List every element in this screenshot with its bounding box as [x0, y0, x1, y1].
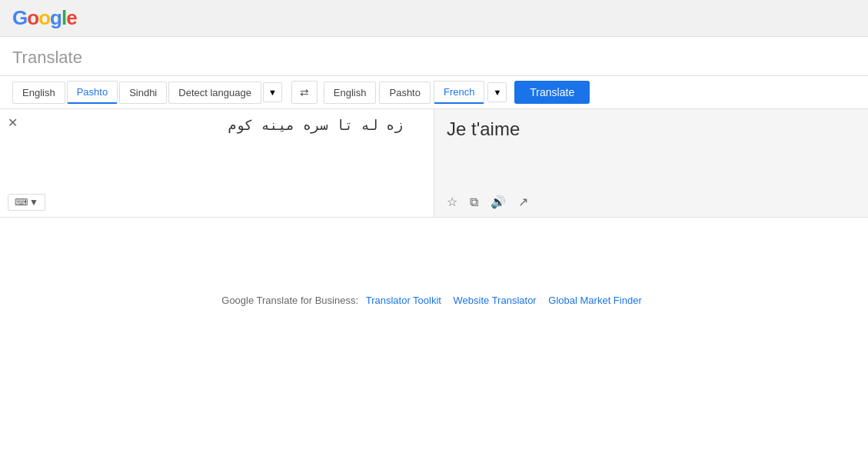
page-title-bar: Translate — [0, 37, 868, 75]
target-lang-pashto[interactable]: Pashto — [379, 82, 430, 104]
star-button[interactable]: ☆ — [444, 193, 461, 211]
source-input[interactable] — [0, 109, 434, 186]
footer-label: Google Translate for Business: — [221, 295, 358, 306]
logo-e: e — [66, 6, 76, 30]
logo-o1: o — [27, 6, 38, 30]
keyboard-button[interactable]: ⌨ ▼ — [8, 194, 45, 211]
target-footer: ☆ ⧉ 🔊 ↗ — [444, 193, 531, 211]
target-panel: Je t'aime ☆ ⧉ 🔊 ↗ — [434, 109, 868, 217]
keyboard-dropdown-icon: ▼ — [29, 197, 38, 208]
translated-text: Je t'aime — [434, 109, 868, 149]
source-footer: ⌨ ▼ — [8, 194, 45, 211]
footer-link-website[interactable]: Website Translator — [454, 295, 537, 306]
source-lang-english[interactable]: English — [12, 82, 65, 104]
footer-link-market[interactable]: Global Market Finder — [548, 295, 641, 306]
translation-area: ✕ ⌨ ▼ Je t'aime ☆ ⧉ 🔊 ↗ — [0, 109, 868, 218]
logo-g2: g — [50, 6, 62, 30]
google-logo[interactable]: G o o g l e — [12, 6, 77, 30]
source-panel: ✕ ⌨ ▼ — [0, 109, 434, 217]
footer-link-toolkit[interactable]: Translator Toolkit — [366, 295, 441, 306]
copy-button[interactable]: ⧉ — [467, 194, 481, 211]
logo-g: G — [12, 6, 27, 30]
source-lang-dropdown[interactable]: ▼ — [263, 82, 282, 102]
translate-toolbar: English Pashto Sindhi Detect language ▼ … — [0, 75, 868, 109]
source-lang-sindhi[interactable]: Sindhi — [119, 82, 167, 104]
page-title: Translate — [12, 48, 856, 68]
target-lang-english[interactable]: English — [324, 82, 377, 104]
source-lang-pashto[interactable]: Pashto — [67, 81, 118, 104]
translate-button[interactable]: Translate — [514, 81, 590, 104]
page-footer: Google Translate for Business: Translato… — [0, 279, 868, 321]
target-lang-group: English Pashto French ▼ Translate — [324, 81, 590, 104]
share-button[interactable]: ↗ — [515, 193, 531, 211]
sound-button[interactable]: 🔊 — [487, 193, 509, 211]
logo-o2: o — [38, 6, 50, 30]
keyboard-icon: ⌨ — [15, 197, 28, 208]
target-lang-dropdown[interactable]: ▼ — [487, 82, 507, 102]
target-lang-french[interactable]: French — [434, 81, 484, 104]
source-lang-detect[interactable]: Detect language — [168, 82, 261, 104]
clear-input-button[interactable]: ✕ — [8, 115, 18, 130]
swap-languages-button[interactable]: ⇄ — [291, 81, 318, 104]
header: G o o g l e — [0, 0, 868, 37]
